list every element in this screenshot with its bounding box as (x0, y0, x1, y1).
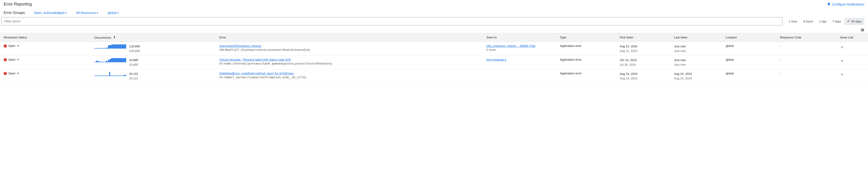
occurrences-sparkline (94, 44, 126, 49)
last-seen: Just nowJust now (674, 44, 722, 53)
first-seen: Aug 14, 2024Aug 14, 2024 (620, 71, 671, 81)
error-location-text: 44 /email_server/views/confirmation.erb(… (219, 76, 483, 79)
add-issue-link-button[interactable]: ＋ (840, 44, 844, 49)
filter-location-dropdown[interactable]: global ▼ (108, 11, 119, 14)
svg-rect-54 (118, 58, 119, 62)
add-issue-link-button[interactable]: ＋ (840, 72, 844, 77)
svg-rect-2 (95, 48, 96, 49)
svg-rect-4 (97, 48, 98, 49)
seen-in-more[interactable]: 5 more (486, 48, 556, 52)
col-header-last-seen[interactable]: Last Seen (672, 33, 724, 42)
error-title-link[interactable]: Actual message: "Request failed with sta… (219, 58, 483, 61)
svg-rect-32 (94, 62, 95, 62)
svg-rect-15 (109, 45, 110, 49)
timerange-1day[interactable]: 1 day (816, 18, 829, 25)
error-title-link[interactable]: NoMethodError: undefined method `each' f… (219, 71, 483, 75)
caret-down-icon: ▼ (17, 72, 19, 75)
table-row: ! Open ▼ 20,69520,695 Actual message: "R… (0, 56, 868, 69)
svg-rect-64 (95, 76, 96, 76)
svg-rect-3 (96, 48, 97, 49)
col-header-error[interactable]: Error (218, 33, 485, 42)
status-label: Open (8, 71, 16, 75)
svg-rect-7 (101, 48, 101, 49)
svg-rect-35 (97, 61, 98, 62)
timerange-1hour[interactable]: 1 hour (786, 18, 800, 25)
add-issue-link-button[interactable]: ＋ (840, 58, 844, 63)
svg-rect-88 (121, 76, 122, 76)
svg-rect-9 (103, 48, 104, 49)
svg-rect-24 (119, 44, 120, 49)
svg-rect-57 (121, 58, 122, 62)
svg-rect-38 (101, 62, 101, 62)
svg-rect-63 (94, 76, 95, 76)
svg-rect-13 (107, 48, 108, 49)
caret-down-icon: ▼ (65, 12, 67, 14)
last-seen: Aug 15, 2024Aug 15, 2024 (674, 71, 722, 81)
column-settings-icon[interactable] (861, 29, 864, 32)
svg-rect-55 (119, 58, 120, 62)
svg-rect-46 (109, 59, 110, 62)
error-location-text: 95 node:internal/process/task_queues(pro… (219, 62, 483, 65)
timerange-6hours[interactable]: 6 hours (801, 18, 816, 25)
seen-in-link[interactable]: gke_instances: opente …69664-7lslp (486, 44, 556, 48)
last-seen: Just nowJust now (674, 58, 722, 67)
svg-rect-70 (102, 76, 103, 76)
timerange-30days[interactable]: 30 days (844, 18, 864, 25)
col-header-location[interactable]: Location (724, 33, 778, 42)
svg-rect-71 (103, 76, 104, 76)
error-title-link[interactable]: InterruptedIOException: timeout (219, 44, 483, 48)
svg-rect-50 (114, 58, 114, 62)
svg-rect-30 (125, 44, 126, 49)
svg-rect-80 (112, 76, 113, 76)
response-code-value: - (778, 56, 838, 69)
caret-down-icon: ▼ (117, 12, 119, 14)
svg-rect-73 (105, 76, 106, 76)
svg-rect-74 (106, 76, 107, 76)
svg-rect-34 (96, 61, 97, 62)
svg-rect-89 (122, 76, 123, 76)
caret-down-icon: ▼ (17, 44, 19, 47)
col-header-issue-link[interactable]: Issue Link (838, 33, 868, 42)
svg-rect-27 (122, 44, 123, 49)
occurrence-counts: 20,69520,695 (129, 58, 138, 67)
svg-rect-81 (114, 76, 114, 76)
col-header-status[interactable]: Resolution Status (0, 33, 92, 42)
svg-rect-85 (118, 76, 119, 76)
occurrence-counts: 128,908128,908 (129, 44, 140, 53)
svg-rect-53 (117, 58, 118, 62)
svg-rect-84 (117, 76, 118, 76)
error-type: Application error (558, 56, 618, 69)
status-dropdown[interactable]: ! Open ▼ (4, 58, 91, 61)
location-value: global (724, 56, 778, 69)
status-dropdown[interactable]: ! Open ▼ (4, 44, 91, 48)
svg-rect-10 (104, 48, 105, 49)
filter-status-dropdown[interactable]: Open, Acknowledged ▼ (34, 11, 67, 14)
svg-rect-90 (123, 76, 124, 76)
col-header-response-code[interactable]: Response Code (778, 33, 838, 42)
svg-rect-39 (102, 62, 103, 62)
caret-down-icon: ▼ (96, 12, 99, 14)
filter-errors-input[interactable] (1, 17, 782, 25)
svg-rect-77 (109, 72, 110, 76)
svg-rect-78 (110, 76, 111, 76)
status-dropdown[interactable]: ! Open ▼ (4, 71, 91, 75)
occurrences-sparkline (94, 71, 126, 76)
svg-rect-48 (112, 58, 112, 62)
configure-notifications-link[interactable]: Configure Notifications (827, 2, 864, 6)
col-header-first-seen[interactable]: First Seen (618, 33, 672, 42)
svg-rect-69 (101, 76, 101, 76)
seen-in-link[interactable]: test-mpaluda-1 (486, 58, 556, 61)
filter-resources-label: All Resources (76, 11, 96, 14)
col-header-type[interactable]: Type (558, 33, 618, 42)
col-header-occurrences[interactable]: Occurrences (92, 33, 218, 42)
col-header-seen-in[interactable]: Seen In (485, 33, 558, 42)
svg-rect-43 (106, 61, 107, 62)
timerange-7days[interactable]: 7 days (830, 18, 844, 25)
svg-rect-72 (104, 76, 105, 76)
svg-rect-14 (108, 45, 109, 49)
svg-rect-47 (110, 59, 111, 62)
svg-rect-65 (96, 76, 97, 76)
error-type: Application error (558, 69, 618, 83)
filter-resources-dropdown[interactable]: All Resources ▼ (76, 11, 99, 14)
first-seen: Aug 15, 2024Aug 21, 2024 (620, 44, 671, 53)
